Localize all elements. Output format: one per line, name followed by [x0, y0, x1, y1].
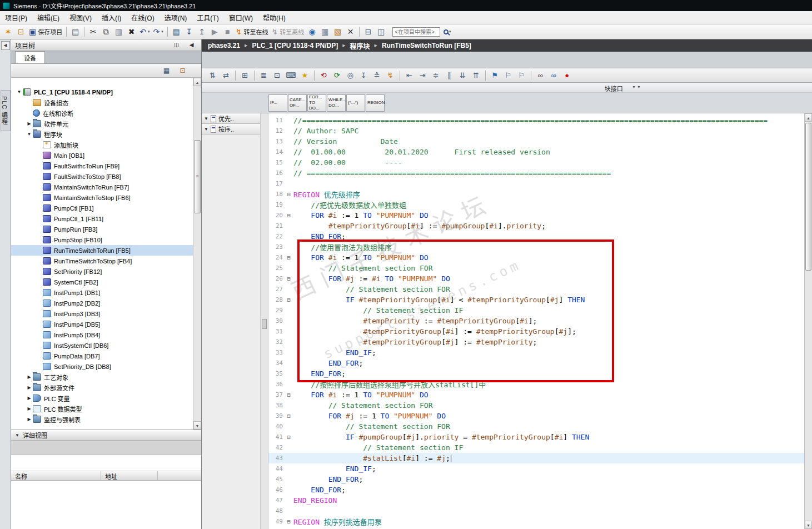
chevron-down-icon[interactable]: ▼: [16, 89, 23, 94]
code-line[interactable]: 24⊟ FOR #i := 1 TO "PUMPNUM" DO: [268, 252, 804, 263]
download-to-device-icon[interactable]: ↧: [183, 26, 195, 38]
tree-item[interactable]: ▶PLC 数据类型: [11, 403, 193, 414]
menu-insert[interactable]: 插入(I): [97, 11, 126, 24]
chevron-right-icon[interactable]: ▶: [26, 121, 33, 126]
tree-item[interactable]: InstPump1 [DB1]: [11, 287, 193, 298]
code-line[interactable]: 16// ===================================…: [268, 168, 804, 178]
fold-marker-icon[interactable]: ⊟: [284, 212, 293, 218]
previous-bookmark-icon[interactable]: ⚐: [516, 69, 527, 81]
plc-programming-tab[interactable]: PLC 编程: [1, 90, 11, 131]
chevron-down-icon[interactable]: ▼: [204, 116, 208, 121]
block-interface-label[interactable]: 块接口: [605, 84, 623, 93]
code-line[interactable]: 45 END_FOR;: [268, 474, 804, 485]
tree-item[interactable]: RunTimeSwitchToRun [FB5]: [11, 245, 193, 256]
code-line[interactable]: 48: [268, 506, 804, 516]
next-bookmark-icon[interactable]: ⚐: [502, 69, 514, 81]
breadcrumb-item[interactable]: 程序块: [350, 41, 370, 51]
cut-icon[interactable]: ✂: [87, 26, 99, 38]
lightning-icon[interactable]: ↯: [385, 69, 396, 81]
tree-item[interactable]: InstPump2 [DB2]: [11, 298, 193, 308]
tree-item[interactable]: 设备组态: [11, 97, 193, 108]
breadcrumb-item[interactable]: RunTimeSwitchToRun [FB5]: [382, 42, 471, 49]
undo-icon[interactable]: ↶▾: [138, 26, 151, 38]
go-online-button[interactable]: ↯转至在线: [235, 26, 270, 38]
fold-marker-icon[interactable]: ⊟: [284, 191, 293, 197]
tree-item[interactable]: SetPriority [FB12]: [11, 266, 193, 277]
tree-item[interactable]: SetPriority_DB [DB8]: [11, 361, 193, 372]
print-icon[interactable]: ▤: [69, 26, 81, 38]
insert-network-icon[interactable]: ⊞: [239, 69, 251, 81]
compare-values-icon[interactable]: ≙: [371, 69, 383, 81]
tree-item[interactable]: ▶软件单元: [11, 118, 193, 129]
tree-item[interactable]: InstPump5 [DB4]: [11, 330, 193, 340]
code-line[interactable]: 22 END_FOR;: [268, 231, 804, 242]
column-header-name[interactable]: 名称: [11, 471, 101, 480]
menu-window[interactable]: 窗口(W): [224, 11, 258, 24]
split-editor-horizontal-icon[interactable]: ⊟: [362, 26, 374, 38]
indent-icon[interactable]: ⇥: [417, 69, 429, 81]
code-line[interactable]: 46 END_FOR;: [268, 485, 804, 495]
code-line[interactable]: 23 //使用冒泡法为数组排序: [268, 242, 804, 252]
scroll-down-icon[interactable]: ▼: [805, 521, 812, 529]
chevron-right-icon[interactable]: ▶: [26, 396, 33, 401]
new-project-icon[interactable]: ✶: [2, 26, 14, 38]
menu-project[interactable]: 项目(P): [0, 11, 32, 24]
tree-scrollbar-thumb[interactable]: ≡: [194, 140, 201, 213]
code-line[interactable]: 29 // Statement section IF: [268, 305, 804, 316]
chevron-down-icon[interactable]: ▼: [26, 132, 33, 137]
fold-marker-icon[interactable]: ⊟: [284, 518, 293, 525]
chevron-right-icon[interactable]: ▶: [26, 385, 33, 390]
paste-icon[interactable]: ▥: [113, 26, 124, 38]
delete-icon[interactable]: ✖: [126, 26, 137, 38]
chevron-down-icon[interactable]: ▼: [204, 127, 208, 132]
code-line[interactable]: 49⊟REGION 按序列挑选备用泵: [268, 516, 804, 527]
tree-item[interactable]: SystemCtl [FB2]: [11, 277, 193, 287]
refresh-icon[interactable]: ⟳: [331, 69, 343, 81]
fold-marker-icon[interactable]: ⊟: [284, 434, 293, 440]
monitor-all-icon[interactable]: ∞: [548, 69, 560, 81]
chevron-right-icon[interactable]: ▶: [26, 417, 33, 422]
tree-item[interactable]: FaultSwithcToStop [FB8]: [11, 171, 193, 182]
fold-marker-icon[interactable]: ⊟: [284, 276, 293, 282]
swap-operands-icon[interactable]: ⇄: [220, 69, 232, 81]
auto-collapse-icon[interactable]: ◫: [171, 39, 182, 51]
scroll-down-icon[interactable]: ▼: [193, 421, 201, 430]
comment-selection-icon[interactable]: ∥: [444, 69, 455, 81]
tree-item[interactable]: InstSystemCtl [DB6]: [11, 340, 193, 351]
tree-item[interactable]: PumpData [DB7]: [11, 351, 193, 361]
code-line[interactable]: 44 END_IF;: [268, 463, 804, 474]
menu-options[interactable]: 选项(N): [160, 11, 192, 24]
snippet-comment-button[interactable]: (*...*): [346, 94, 365, 112]
tree-item[interactable]: InstPump3 [DB3]: [11, 308, 193, 319]
code-line[interactable]: 19 //把优先级数据放入单独数组: [268, 199, 804, 210]
collapse-panel-icon[interactable]: ◀: [186, 39, 197, 51]
stop-cpu-icon[interactable]: ■: [222, 26, 233, 38]
record-icon[interactable]: ●: [561, 69, 573, 81]
code-line[interactable]: 34 END_FOR;: [268, 358, 804, 368]
snippet-for-button[interactable]: FOR...TO DO...: [307, 94, 326, 112]
tree-item[interactable]: RunTimeSwitchToStop [FB4]: [11, 256, 193, 266]
code-line[interactable]: 40 // Statement section FOR: [268, 421, 804, 432]
fold-marker-icon[interactable]: ⊟: [284, 254, 293, 261]
tree-scrollbar[interactable]: ▲ ≡ ▼: [193, 78, 201, 430]
code-line[interactable]: 36 //按照排序后数组选择泵组序号并放入statList[]中: [268, 379, 804, 390]
code-line[interactable]: 18⊟REGION 优先级排序: [268, 189, 804, 199]
code-line[interactable]: 42 // Statement section IF: [268, 442, 804, 453]
code-line[interactable]: 27 // Statement section FOR: [268, 284, 804, 295]
chevron-right-icon[interactable]: ▶: [26, 375, 33, 380]
code-line[interactable]: 14// 01.00.00 20.01.2020 First released …: [268, 147, 804, 157]
code-line[interactable]: 25 // Statement section FOR: [268, 263, 804, 273]
code-line[interactable]: 35 END_FOR;: [268, 368, 804, 379]
stop-simulation-icon[interactable]: ✕: [345, 26, 356, 38]
code-line[interactable]: 37⊟ FOR #i := 1 TO "PUMPNUM" DO: [268, 390, 804, 400]
scroll-up-icon[interactable]: ▲: [193, 78, 201, 86]
region-scrollbar[interactable]: [260, 113, 268, 529]
snippet-case-button[interactable]: CASE...OF...: [288, 94, 307, 112]
code-line[interactable]: 30 #tempPriority := #tempPriorityGroup[#…: [268, 316, 804, 326]
code-line[interactable]: 32 #tempPriorityGroup[#j] := #tempPriori…: [268, 337, 804, 347]
collapse-strip-icon[interactable]: ◀: [1, 41, 10, 50]
tree-item[interactable]: ▶工艺对象: [11, 372, 193, 382]
split-editor-vertical-icon[interactable]: ◫: [375, 26, 387, 38]
tree-item[interactable]: ▶PLC 变量: [11, 393, 193, 403]
tree-item[interactable]: 添加新块: [11, 139, 193, 150]
